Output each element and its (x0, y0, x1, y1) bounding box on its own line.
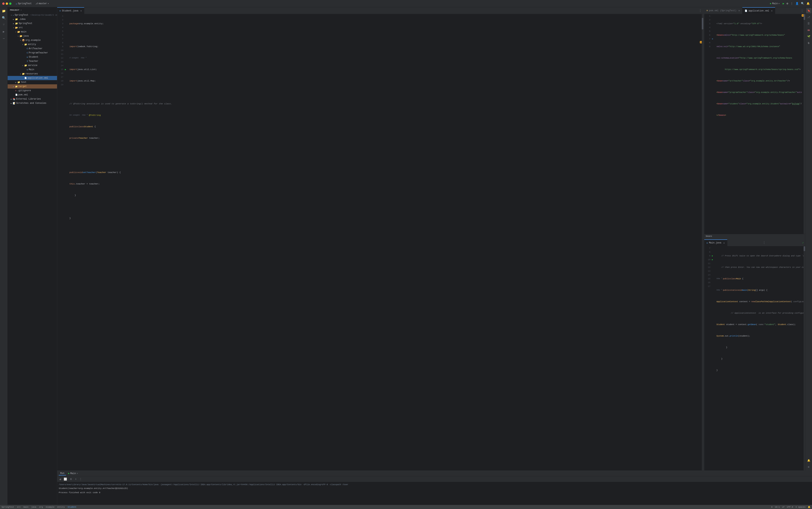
breadcrumb-org[interactable]: org (39, 506, 43, 508)
run-button[interactable]: ▶ (783, 2, 784, 5)
close-pom-tab[interactable]: ✕ (738, 9, 740, 12)
terminal-tab-run[interactable]: Run (59, 472, 66, 475)
tree-item-teacher[interactable]: I Teacher (8, 59, 57, 63)
right-bottom-code-lines[interactable]: // Press Shift twice to open the Search … (715, 246, 804, 471)
tree-item-springtest-root[interactable]: ▾ ☕ SpringTest ~/Desktop/CS/JavaEE/2 Jav… (8, 13, 57, 17)
activity-more[interactable]: ⋯ (1, 35, 7, 42)
tree-item-org-example[interactable]: ▾ 📦 org.example (8, 38, 57, 42)
account-icon[interactable]: 👤 (796, 2, 799, 5)
breadcrumb-java[interactable]: java (31, 506, 36, 508)
status-notifications[interactable]: 🔔 (808, 506, 810, 508)
right-activity-bar: 🔖 ⎇ 🗄 m 🌱 G 🔔 ⊞ (805, 7, 812, 471)
terminal-tabs: Run ▶ Main ✕ (57, 471, 812, 476)
status-encoding[interactable]: UTF-8 (787, 506, 793, 508)
activity-folder[interactable]: 📁 (1, 8, 7, 14)
tree-item-springtest[interactable]: ▶ 📁 SpringTest (8, 21, 57, 26)
more-button[interactable]: ⋮ (790, 2, 793, 5)
breadcrumb-example[interactable]: example (46, 506, 55, 508)
settings-button[interactable]: ⚙ (787, 2, 788, 5)
close-terminal-tab[interactable]: ✕ (77, 472, 78, 475)
branch-selector[interactable]: ⎇ master ▾ (34, 2, 50, 5)
right-icon-notifications[interactable]: 🔔 (806, 458, 811, 463)
left-tab-bar: ⊙ Student.java ✕ ⋮ (57, 7, 703, 14)
tree-item-target[interactable]: ▶ 📁 target (8, 84, 57, 89)
title-bar: ☕ SpringTest ⎇ master ▾ ▶ Main ▾ ▶ ⚙ ⋮ 👤… (0, 0, 812, 7)
tab-main-java[interactable]: ⊙ Main.java ✕ (704, 239, 727, 246)
close-button[interactable] (2, 2, 5, 5)
left-code-lines[interactable]: package org.example.entity; import lombo… (68, 14, 700, 471)
tree-item-programteacher[interactable]: C ProgramTeacher (8, 51, 57, 55)
left-scrollbar[interactable] (702, 14, 703, 471)
close-main-tab[interactable]: ✕ (723, 241, 725, 245)
tree-item-entity[interactable]: ▾ 📁 entity (8, 42, 57, 46)
right-icon-spring[interactable]: 🌱 (806, 34, 811, 39)
status-line-ending[interactable]: LF (782, 506, 784, 508)
tree-item-java[interactable]: ▾ 📂 java (8, 34, 57, 38)
title-right: ▶ ⚙ ⋮ 👤 🔍 🔔 (783, 2, 810, 5)
status-position[interactable]: 19:1 (775, 506, 780, 508)
right-top-menu[interactable]: ⋮ (799, 9, 805, 12)
run-config[interactable]: ▶ Main ▾ (769, 2, 781, 5)
tree-item-application-xml[interactable]: 📄 application.xml (8, 76, 57, 80)
right-top-scrollbar[interactable] (804, 14, 805, 234)
notifications-icon[interactable]: 🔔 (807, 2, 810, 5)
right-panel-bottom: ⊙ Main.java ✕ ⋮ ✓ 7891011 121314151617 (704, 239, 805, 471)
tree-item-test[interactable]: ▶ 📁 test (8, 80, 57, 84)
tab-student-java[interactable]: ⊙ Student.java ✕ (57, 7, 84, 14)
main-layout: 📁 🔍 ⑂ ▶ ⋯ Project ▾ ▾ ☕ SpringTest ~/Des… (0, 7, 812, 505)
activity-run[interactable]: ▶ (1, 29, 7, 35)
right-bottom-gutter: ▶ ▶ (712, 246, 715, 471)
terminal-more-btn[interactable]: ⋮ (78, 477, 83, 481)
maximize-button[interactable] (9, 2, 11, 5)
close-app-xml-tab[interactable]: ✕ (771, 9, 773, 12)
tree-item-idea[interactable]: ▶ 📁 .idea (8, 17, 57, 21)
terminal-content: /Users/eve/Library/Java/JavaVirtualMachi… (57, 482, 812, 505)
breadcrumb-student[interactable]: Student (68, 506, 76, 508)
terminal-stop-btn[interactable]: ⬜ (63, 477, 68, 481)
right-bottom-menu[interactable]: ⋮ (761, 241, 767, 245)
status-indent[interactable]: 4 spaces (796, 506, 806, 508)
search-button[interactable]: 🔍 (801, 2, 804, 5)
right-top-code-wrapper: 12345 6789 ⊙ (704, 14, 805, 234)
left-gutter: ▶ (65, 14, 68, 471)
tree-item-scratches[interactable]: ▶ 📝 Scratches and Consoles (8, 101, 57, 105)
status-git[interactable]: ⚙ (771, 506, 773, 508)
tree-item-resources[interactable]: ▾ 📁 resources (8, 72, 57, 76)
tree-item-main[interactable]: ▾ 📂 main (8, 30, 57, 34)
right-icon-bookmark[interactable]: 🔖 (806, 8, 811, 13)
editor-menu-button[interactable]: ⋮ (697, 9, 703, 12)
right-top-code-lines[interactable]: <?xml version="1.0" encoding="UTF-8"?> <… (715, 14, 802, 234)
minimize-button[interactable] (6, 2, 8, 5)
tab-pom-xml[interactable]: M pom.xml (SpringTest) ✕ (704, 7, 742, 14)
tree-item-student[interactable]: ⊙ Student (8, 55, 57, 59)
right-bottom-scrollbar[interactable] (804, 246, 805, 471)
breadcrumb-src[interactable]: src (17, 506, 21, 508)
right-icon-layout[interactable]: ⊞ (806, 464, 811, 470)
right-icon-database[interactable]: 🗄 (806, 21, 811, 26)
breadcrumb-entity[interactable]: entity (57, 506, 65, 508)
activity-git[interactable]: ⑂ (1, 22, 7, 28)
tree-item-external-libs[interactable]: ▶ 📚 External Libraries (8, 97, 57, 101)
right-icon-git[interactable]: ⎇ (806, 14, 811, 20)
breadcrumb-springtest[interactable]: SpringTest (2, 506, 14, 508)
window-controls (2, 2, 11, 5)
tree-item-artteacher[interactable]: C ArtTeacher (8, 46, 57, 51)
breadcrumb-main[interactable]: main (24, 506, 28, 508)
project-name[interactable]: ☕ SpringTest (14, 2, 33, 5)
right-icon-gradle[interactable]: G (806, 40, 811, 46)
terminal-pause-btn[interactable]: ⏸ (69, 477, 73, 481)
right-top-gutter: ⊙ (712, 14, 715, 234)
tree-item-src[interactable]: ▾ 📂 src (8, 26, 57, 30)
close-student-tab[interactable]: ✕ (80, 9, 82, 12)
tree-item-main-class[interactable]: ⊙ Main (8, 68, 57, 72)
activity-search[interactable]: 🔍 (1, 15, 7, 21)
tab-application-xml[interactable]: 📄 application.xml ✕ (742, 7, 775, 14)
terminal-tab-main[interactable]: ▶ Main ✕ (67, 472, 79, 475)
tree-item-pom[interactable]: 📄 pom.xml (8, 93, 57, 97)
terminal-restart-btn[interactable]: ↺ (59, 477, 62, 481)
terminal-step-btn[interactable]: ⬇ (74, 477, 77, 481)
right-icon-m[interactable]: m (806, 28, 811, 33)
tree-item-gitignore[interactable]: ⊙ .gitignore (8, 89, 57, 93)
bottom-panel: Run ▶ Main ✕ ↺ ⬜ ⏸ ⬇ ⋮ /Users/eve/Librar… (57, 471, 812, 505)
tree-item-service[interactable]: ▾ 📁 service (8, 63, 57, 68)
